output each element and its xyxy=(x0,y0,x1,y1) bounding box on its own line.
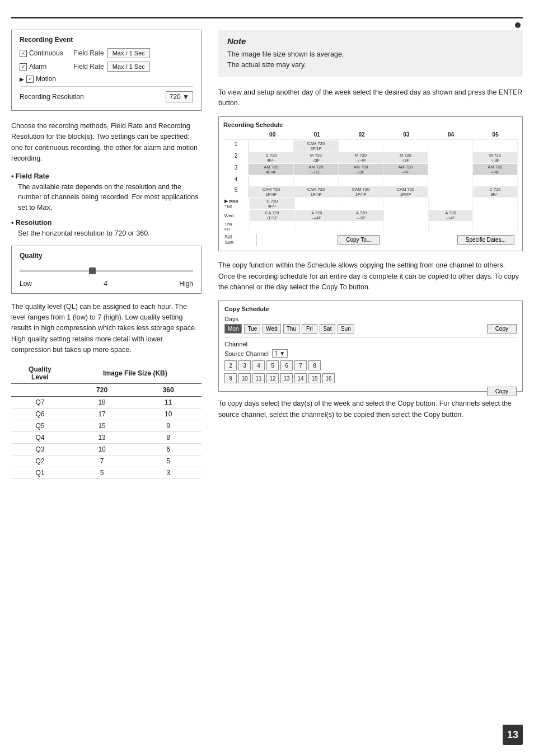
continuous-field: Field Rate xyxy=(73,49,104,57)
schedule-row-2: 2 C 7204F/-- M 720-/3F M 720--/-4F M 720… xyxy=(223,152,518,163)
ch-15[interactable]: 15 xyxy=(308,373,321,383)
day-wed[interactable]: Wed xyxy=(263,324,280,334)
quality-title: Quality xyxy=(20,252,193,260)
cell-6-0: C 7204F/-- xyxy=(250,198,295,209)
table-header-quality: QualityLevel xyxy=(11,363,69,384)
cell-2-2: M 720--/-4F xyxy=(339,152,383,163)
cell-2-4 xyxy=(428,152,473,163)
row-num-5: 5 xyxy=(223,186,249,198)
motion-checkbox[interactable] xyxy=(26,76,34,83)
cell-Q5-size360: 9 xyxy=(135,420,202,432)
ch-3[interactable]: 3 xyxy=(238,360,251,370)
cell-6-5 xyxy=(473,198,518,209)
table-row: Q275 xyxy=(11,456,202,467)
cell-5-3: CAM 7201F/4F xyxy=(383,186,428,198)
table-header-filesize: Image File Size (KB) xyxy=(69,363,202,384)
cell-1-4 xyxy=(428,140,473,152)
specific-dates-button[interactable]: Specific Dates... xyxy=(457,235,514,245)
quality-low-label: Low xyxy=(20,280,32,288)
resolution-bullet-title: Resolution xyxy=(11,219,202,227)
resolution-label: Recording Resolution xyxy=(20,93,166,101)
alarm-row: Alarm Field Rate Max / 1 Sec xyxy=(20,62,193,72)
field-rate-section: Field Rate The available rate depends on… xyxy=(11,172,202,213)
ch-6[interactable]: 6 xyxy=(280,360,293,370)
ch-8[interactable]: 8 xyxy=(308,360,321,370)
cell-5-5: C 7203F/-- xyxy=(473,186,518,198)
days-copy-button[interactable]: Copy xyxy=(487,324,517,334)
day-sun[interactable]: Sun xyxy=(338,324,354,334)
copy-function-text: The copy function within the Schedule al… xyxy=(218,260,523,293)
source-channel-row: Source Channel 1 ▼ xyxy=(224,349,517,358)
cell-5-0: CAM 7201F/4F xyxy=(249,186,294,198)
continuous-label: Continuous xyxy=(20,49,70,57)
alarm-field: Field Rate xyxy=(73,63,104,71)
cell-tf-2 xyxy=(339,222,384,232)
ch-13[interactable]: 13 xyxy=(280,373,293,383)
slider-handle xyxy=(89,267,96,274)
resolution-row: Recording Resolution 720 ▼ xyxy=(20,86,193,102)
ch-10[interactable]: 10 xyxy=(238,373,251,383)
sched-col-00: 00 xyxy=(250,132,295,138)
channel-numbers-row1: 2 3 4 5 6 7 8 xyxy=(224,360,517,370)
cell-8-5 xyxy=(473,210,518,221)
cell-5-1: CAM 7201F/4F xyxy=(294,186,339,198)
cell-Q4-size720: 13 xyxy=(69,432,135,444)
cell-1-0 xyxy=(249,140,294,152)
ch-14[interactable]: 14 xyxy=(294,373,307,383)
sat-sun-label: Sat Sun xyxy=(223,233,257,246)
cell-Q6-size360: 10 xyxy=(135,408,202,420)
cell-8-2: A 720--/3F xyxy=(339,210,384,221)
cell-Q5-level: Q5 xyxy=(11,420,69,432)
ch-16[interactable]: 16 xyxy=(322,373,335,383)
source-channel-dropdown[interactable]: 1 ▼ xyxy=(272,349,288,358)
schedule-row-thu-fri: Thu Fri xyxy=(223,222,518,232)
ch-2[interactable]: 2 xyxy=(224,360,237,370)
ch-7[interactable]: 7 xyxy=(294,360,307,370)
cell-8-4: A 720-/-4F xyxy=(429,210,474,221)
recording-schedule-box: Recording Schedule 00 01 02 03 04 05 1 xyxy=(218,116,523,251)
cell-3-3: AM 720-/4F xyxy=(383,164,428,175)
row-wed: Wed xyxy=(223,210,250,221)
ch-12[interactable]: 12 xyxy=(266,373,279,383)
cell-Q6-level: Q6 xyxy=(11,408,69,420)
ch-11[interactable]: 11 xyxy=(252,373,265,383)
day-mon[interactable]: Mon xyxy=(224,324,242,334)
resolution-value: 720 ▼ xyxy=(170,93,189,101)
copy-to-button[interactable]: Copy To... xyxy=(338,235,380,245)
sched-col-05: 05 xyxy=(473,132,518,138)
cell-3-0: AM 7204F/4F xyxy=(249,164,294,175)
schedule-row-1: 1 CAM 7203F/1F xyxy=(223,140,518,152)
quality-slider[interactable] xyxy=(20,266,193,275)
schedule-row-5: 5 CAM 7201F/4F CAM 7201F/4F CAM 7201F/4F… xyxy=(223,186,518,198)
quality-table: QualityLevel Image File Size (KB) 720 36… xyxy=(11,363,202,479)
quality-box: Quality Low 4 High xyxy=(11,246,202,294)
day-fri[interactable]: Fri xyxy=(302,324,317,334)
ch-9[interactable]: 9 xyxy=(224,373,237,383)
channel-numbers-row2: 9 10 11 12 13 14 15 16 xyxy=(224,373,517,383)
table-row: Q61710 xyxy=(11,408,202,420)
cell-5-2: CAM 7201F/4F xyxy=(339,186,383,198)
cell-Q4-size360: 8 xyxy=(135,432,202,444)
row-weekdays: ▶ Mon Tue xyxy=(223,198,250,209)
row-num-4: 4 xyxy=(223,176,249,186)
resolution-dropdown[interactable]: 720 ▼ xyxy=(166,91,193,102)
copy-days-text: To copy days select the day(s) of the we… xyxy=(218,398,523,420)
cell-3-4 xyxy=(428,164,473,175)
ch-5[interactable]: 5 xyxy=(266,360,279,370)
recording-event-title: Recording Event xyxy=(20,36,193,44)
continuous-checkbox[interactable] xyxy=(20,50,27,57)
day-sat[interactable]: Sat xyxy=(320,324,335,334)
ch-4[interactable]: 4 xyxy=(252,360,265,370)
day-tue[interactable]: Tue xyxy=(244,324,260,334)
alarm-checkbox[interactable] xyxy=(20,63,27,71)
table-subheader-360: 360 xyxy=(135,384,202,397)
day-thu[interactable]: Thu xyxy=(283,324,299,334)
channel-copy-button[interactable]: Copy xyxy=(487,387,517,396)
note-line1: The image file size shown is average. xyxy=(227,50,344,58)
days-copy-row: Mon Tue Wed Thu Fri Sat Sun Copy xyxy=(224,324,517,334)
field-rate-title: Field Rate xyxy=(11,172,202,180)
schedule-row-4: 4 xyxy=(223,176,518,186)
cell-Q3-size360: 6 xyxy=(135,444,202,456)
motion-row: ▶ Motion xyxy=(20,75,193,83)
cell-Q1-size720: 5 xyxy=(69,467,135,479)
